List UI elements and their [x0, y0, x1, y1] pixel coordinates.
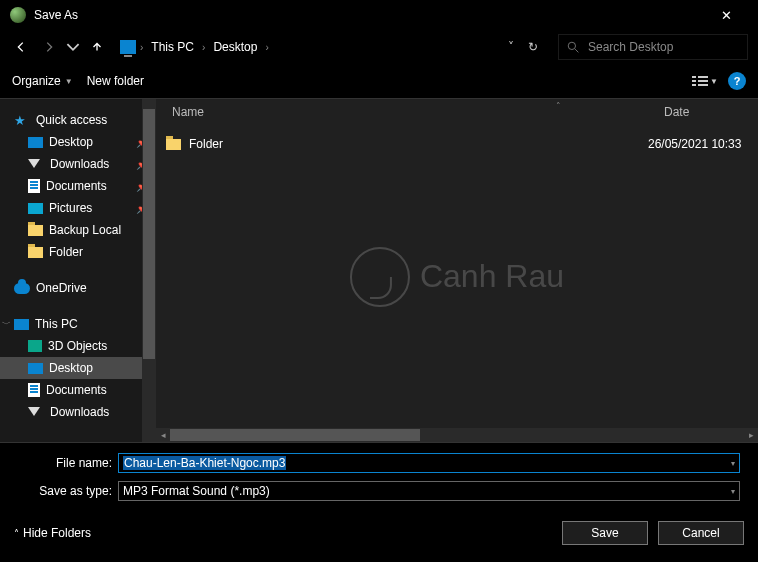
help-button[interactable]: ? — [728, 72, 746, 90]
file-list[interactable]: Folder 26/05/2021 10:33 — [156, 125, 758, 428]
tree-quick-access[interactable]: ★Quick access — [0, 109, 156, 131]
file-name-label: Folder — [189, 137, 223, 151]
folder-icon — [28, 247, 43, 258]
nav-tree: ★Quick access Desktop📌 Downloads📌 Docume… — [0, 99, 156, 442]
chevron-right-icon[interactable]: › — [202, 42, 205, 53]
chevron-down-icon[interactable]: ▾ — [731, 487, 735, 496]
desktop-icon — [28, 363, 43, 374]
recent-dropdown[interactable] — [66, 36, 80, 58]
filename-label: File name: — [0, 456, 118, 470]
app-icon — [10, 7, 26, 23]
document-icon — [28, 383, 40, 397]
hide-folders-button[interactable]: ˄ Hide Folders — [14, 526, 91, 540]
svg-rect-7 — [698, 84, 708, 86]
svg-line-1 — [575, 49, 578, 52]
tree-onedrive[interactable]: OneDrive — [0, 277, 156, 299]
tree-scrollbar[interactable] — [142, 99, 156, 442]
folder-icon — [166, 139, 181, 150]
window-title: Save As — [34, 8, 78, 22]
tree-backup[interactable]: Backup Local — [0, 219, 156, 241]
new-folder-button[interactable]: New folder — [87, 74, 144, 88]
column-headers: Name Date ˄ — [156, 99, 758, 125]
chevron-down-icon: ▼ — [65, 77, 73, 86]
view-options-button[interactable]: ▼ — [692, 75, 718, 87]
tree-label: OneDrive — [36, 281, 87, 295]
organize-label: Organize — [12, 74, 61, 88]
tree-label: Folder — [49, 245, 83, 259]
toolbar: Organize ▼ New folder ▼ ? — [0, 64, 758, 98]
filename-input[interactable]: Chau-Len-Ba-Khiet-Ngoc.mp3 ▾ — [118, 453, 740, 473]
crumb-desktop[interactable]: Desktop — [209, 40, 261, 54]
tree-this-pc[interactable]: ﹀This PC — [0, 313, 156, 335]
list-item[interactable]: Folder 26/05/2021 10:33 — [156, 133, 758, 155]
nav-bar: › This PC › Desktop › ˅ ↻ Search Desktop — [0, 30, 758, 64]
expand-icon[interactable]: ﹀ — [2, 318, 11, 331]
download-icon — [28, 405, 44, 419]
chevron-right-icon[interactable]: › — [140, 42, 143, 53]
tree-downloads-pc[interactable]: Downloads — [0, 401, 156, 423]
folder-icon — [28, 225, 43, 236]
crumb-this-pc[interactable]: This PC — [147, 40, 198, 54]
tree-label: This PC — [35, 317, 78, 331]
svg-point-0 — [568, 42, 575, 49]
save-form: File name: Chau-Len-Ba-Khiet-Ngoc.mp3 ▾ … — [0, 443, 758, 503]
tree-documents-pc[interactable]: Documents — [0, 379, 156, 401]
organize-menu[interactable]: Organize ▼ — [12, 74, 73, 88]
cancel-label: Cancel — [682, 526, 719, 540]
svg-rect-6 — [692, 84, 696, 86]
pc-icon — [14, 319, 29, 330]
refresh-icon[interactable]: ↻ — [528, 40, 538, 54]
tree-desktop-pc[interactable]: Desktop — [0, 357, 156, 379]
file-list-pane: Name Date ˄ Folder 26/05/2021 10:33 Canh… — [156, 99, 758, 442]
filename-value: Chau-Len-Ba-Khiet-Ngoc.mp3 — [123, 456, 286, 470]
address-dropdown-icon[interactable]: ˅ — [508, 40, 514, 54]
tree-label: Quick access — [36, 113, 107, 127]
tree-documents[interactable]: Documents📌 — [0, 175, 156, 197]
close-button[interactable]: ✕ — [704, 2, 748, 29]
savetype-label: Save as type: — [0, 484, 118, 498]
col-date[interactable]: Date — [664, 105, 758, 119]
cancel-button[interactable]: Cancel — [658, 521, 744, 545]
svg-rect-4 — [692, 80, 696, 82]
col-name[interactable]: Name — [164, 105, 664, 119]
tree-pictures[interactable]: Pictures📌 — [0, 197, 156, 219]
tree-label: Downloads — [50, 157, 109, 171]
scrollbar-thumb[interactable] — [170, 429, 420, 441]
tree-label: Downloads — [50, 405, 109, 419]
tree-3d-objects[interactable]: 3D Objects — [0, 335, 156, 357]
explorer-body: ★Quick access Desktop📌 Downloads📌 Docume… — [0, 98, 758, 443]
document-icon — [28, 179, 40, 193]
search-input[interactable]: Search Desktop — [558, 34, 748, 60]
scroll-left-icon[interactable]: ◂ — [156, 428, 170, 442]
savetype-select[interactable]: MP3 Format Sound (*.mp3) ▾ — [118, 481, 740, 501]
back-button[interactable] — [10, 36, 32, 58]
search-icon — [567, 41, 580, 54]
up-button[interactable] — [86, 36, 108, 58]
svg-rect-5 — [698, 80, 708, 82]
tree-desktop[interactable]: Desktop📌 — [0, 131, 156, 153]
address-bar[interactable]: › This PC › Desktop › ˅ ↻ — [114, 34, 552, 60]
cloud-icon — [14, 283, 30, 294]
tree-folder[interactable]: Folder — [0, 241, 156, 263]
tree-label: Desktop — [49, 135, 93, 149]
chevron-down-icon[interactable]: ▾ — [731, 459, 735, 468]
scroll-right-icon[interactable]: ▸ — [744, 428, 758, 442]
pictures-icon — [28, 203, 43, 214]
star-icon: ★ — [14, 113, 30, 127]
tree-downloads[interactable]: Downloads📌 — [0, 153, 156, 175]
tree-label: 3D Objects — [48, 339, 107, 353]
hide-folders-label: Hide Folders — [23, 526, 91, 540]
save-button[interactable]: Save — [562, 521, 648, 545]
tree-label: Backup Local — [49, 223, 121, 237]
desktop-icon — [28, 137, 43, 148]
forward-button[interactable] — [38, 36, 60, 58]
tree-label: Documents — [46, 383, 107, 397]
savetype-value: MP3 Format Sound (*.mp3) — [123, 484, 270, 498]
pc-icon — [120, 40, 136, 54]
file-date-label: 26/05/2021 10:33 — [648, 137, 758, 151]
chevron-up-icon: ˄ — [14, 528, 19, 539]
list-scrollbar-h[interactable]: ◂ ▸ — [156, 428, 758, 442]
chevron-right-icon[interactable]: › — [265, 42, 268, 53]
scrollbar-thumb[interactable] — [143, 109, 155, 359]
search-placeholder: Search Desktop — [588, 40, 673, 54]
